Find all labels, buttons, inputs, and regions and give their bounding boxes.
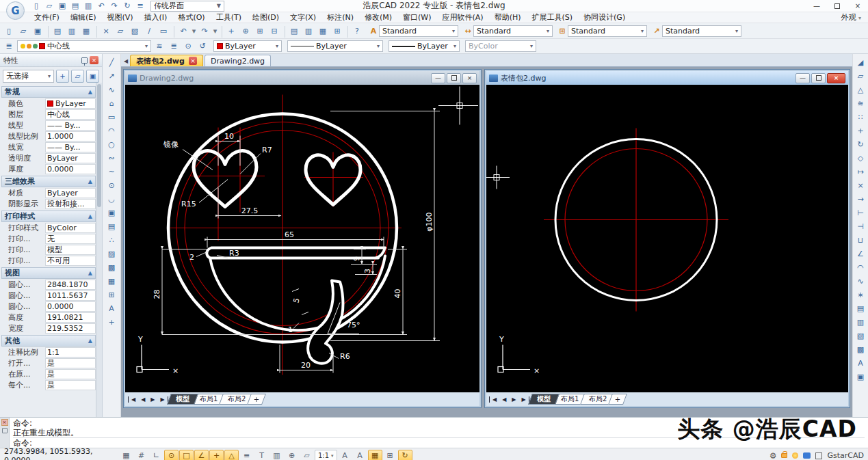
layer-unisolate-button[interactable]: ⊙ <box>181 40 195 53</box>
paste-button[interactable]: ▧ <box>128 25 142 38</box>
menu-item[interactable]: 应用软件(A) <box>437 12 489 23</box>
menu-item[interactable]: 扩展工具(S) <box>526 12 578 23</box>
restore-button[interactable] <box>827 0 847 12</box>
bulb-icon[interactable] <box>792 452 798 459</box>
undo-list-button[interactable]: ▾ <box>191 25 197 38</box>
layer-select[interactable]: 中心线 ▾ <box>17 40 151 52</box>
grid-toggle[interactable]: # <box>134 450 148 460</box>
scale-tool[interactable]: ◇ <box>854 152 867 165</box>
object-snap-tracking-toggle[interactable]: + <box>209 450 224 460</box>
menu-item[interactable]: 工具(T) <box>211 12 247 23</box>
menu-item[interactable]: 修改(M) <box>359 12 397 23</box>
blend-tool[interactable]: ∿ <box>854 275 867 288</box>
qat-undo-button[interactable]: ↶ <box>95 1 107 11</box>
draworder-back-tool[interactable]: ▥ <box>854 316 867 329</box>
chat-icon[interactable] <box>803 452 811 459</box>
copy-tool[interactable]: ▱ <box>854 70 867 83</box>
move-tool[interactable]: + <box>854 124 867 137</box>
break-at-point-tool[interactable]: ⊢ <box>854 206 867 219</box>
polar-tracking-toggle[interactable]: ⊙ <box>164 450 179 460</box>
gradient-tool[interactable]: ▩ <box>105 261 119 274</box>
layout-tab[interactable]: + <box>247 394 266 405</box>
draworder-under-tool[interactable]: ▩ <box>854 343 867 356</box>
extend-tool[interactable]: → <box>854 193 867 206</box>
hatch-tool[interactable]: ▨ <box>105 247 119 260</box>
child-minimize-button[interactable]: — <box>431 73 445 83</box>
fillet-tool[interactable]: ◠ <box>854 261 867 274</box>
child-title-bar[interactable]: 表情包2.dwg — × <box>486 71 848 85</box>
command-close-icon[interactable]: × <box>1 419 8 426</box>
qat-plot-button[interactable]: ▥ <box>82 1 94 11</box>
linetype-select[interactable]: ByLayer ▾ <box>287 40 383 52</box>
explode-tool[interactable]: ∗ <box>854 288 867 301</box>
appearance-menu[interactable]: 外观 ▾ <box>834 12 868 23</box>
properties-palette-button[interactable]: ▥ <box>302 25 315 38</box>
spline-tool[interactable]: ~ <box>105 165 119 178</box>
command-pin-icon[interactable] <box>2 428 8 433</box>
join-tool[interactable]: ⊔ <box>854 234 867 247</box>
lineweight-toggle[interactable]: T <box>254 450 269 460</box>
section-header-misc[interactable]: 其他▲ <box>1 335 96 347</box>
table-tool[interactable]: ⊞ <box>105 288 119 301</box>
open-button[interactable]: ▱ <box>16 25 30 38</box>
rectangle-tool[interactable]: ▭ <box>105 111 119 124</box>
chamfer-tool[interactable]: ∠ <box>854 247 867 260</box>
dynamic-input-toggle[interactable]: ≡ <box>239 450 254 460</box>
menu-item[interactable]: 文字(X) <box>285 12 321 23</box>
properties-scrollbar[interactable] <box>96 83 102 417</box>
mirror-tool[interactable]: △ <box>854 83 867 96</box>
last-layout-icon[interactable]: ▶ <box>157 396 168 403</box>
quick-select-button[interactable]: + <box>56 70 69 83</box>
help-button[interactable]: ? <box>350 25 364 38</box>
prev-layout-icon[interactable]: ◀ <box>138 396 148 403</box>
plot-preview-button[interactable]: ▥ <box>65 25 79 38</box>
last-layout-icon[interactable]: ▶ <box>518 396 529 403</box>
save-button[interactable]: ▣ <box>31 25 44 38</box>
qat-new-button[interactable]: ▯ <box>30 1 42 11</box>
publish-button[interactable]: ▦ <box>79 25 93 38</box>
style-select[interactable]: Standard▾ <box>379 25 458 37</box>
child-minimize-button[interactable]: — <box>795 73 810 83</box>
select-objects-button[interactable]: ▱ <box>71 70 84 83</box>
section-header-plotstyle[interactable]: 打印样式▲ <box>1 211 96 222</box>
style-select[interactable]: Standard▾ <box>473 25 553 37</box>
polygon-tool[interactable]: ⌂ <box>105 97 119 110</box>
clean-screen-icon[interactable] <box>815 452 822 459</box>
cut-button[interactable]: × <box>99 25 113 38</box>
menu-item[interactable]: 标注(N) <box>321 12 359 23</box>
workspace-select[interactable]: 传统界面▼ <box>150 1 224 12</box>
unlock-icon[interactable] <box>781 453 787 458</box>
calculator-button[interactable]: ⊞ <box>330 25 344 38</box>
zoom-previous-button[interactable]: ⊟ <box>267 25 281 38</box>
doc-tab-active[interactable]: 表情包2.dwg × <box>130 55 203 66</box>
copy-button[interactable]: ▱ <box>114 25 127 38</box>
qat-customize-button[interactable]: ≡ <box>134 1 146 11</box>
tab-close-button[interactable]: × <box>189 57 197 65</box>
qat-save-button[interactable]: ▣ <box>56 1 68 11</box>
erase-tool[interactable]: ◢ <box>854 56 867 69</box>
next-layout-icon[interactable]: ▶ <box>509 396 518 403</box>
child-restore-button[interactable] <box>811 73 826 83</box>
line-tool[interactable]: ╱ <box>105 56 119 69</box>
object-snap-3d-toggle[interactable]: ∠ <box>194 450 209 460</box>
dynamic-ucs-toggle[interactable]: △ <box>224 450 239 460</box>
annotation-scale-button[interactable]: 1:1▾ <box>315 450 337 460</box>
tool-palettes-button[interactable]: ▦ <box>316 25 330 38</box>
insert-block-tool[interactable]: ▣ <box>105 206 119 219</box>
minimize-button[interactable]: — <box>806 0 827 12</box>
menu-item[interactable]: 文件(F) <box>29 12 65 23</box>
section-header-view[interactable]: 视图▲ <box>1 267 96 279</box>
menu-item[interactable]: 视图(V) <box>101 12 138 23</box>
prev-layout-icon[interactable]: ◀ <box>499 396 509 403</box>
array-tool[interactable]: ∷ <box>854 111 867 124</box>
child-title-bar[interactable]: Drawing2.dwg — × <box>125 71 479 85</box>
qat-redo-button[interactable]: ↷ <box>108 1 120 11</box>
qat-sync-button[interactable]: ↻ <box>121 1 133 11</box>
doc-tab-inactive[interactable]: Drawing2.dwg <box>205 55 271 66</box>
pan-button[interactable]: + <box>224 25 238 38</box>
layer-previous-button[interactable]: ↺ <box>196 40 209 53</box>
region-tool[interactable]: ▦ <box>105 275 119 288</box>
redo-button[interactable]: ↷ <box>198 25 211 38</box>
selection-cycling-toggle[interactable]: ▱ <box>300 450 314 460</box>
close-button[interactable]: × <box>847 0 868 12</box>
